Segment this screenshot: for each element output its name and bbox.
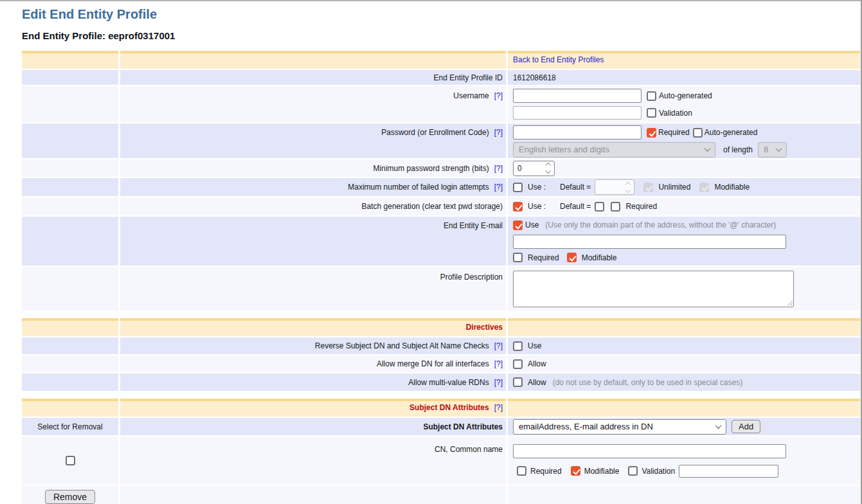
max-failed-use-checkbox[interactable]	[513, 183, 523, 192]
subject-dn-help-link[interactable]: [?]	[494, 403, 503, 412]
profile-subtitle: End Entity Profile: eeprof0317001	[22, 30, 862, 41]
username-validation-checkbox[interactable]	[647, 108, 656, 118]
email-use-label: Use	[525, 221, 539, 230]
username-validation-label: Validation	[659, 109, 692, 118]
spinner-arrows-icon	[626, 183, 630, 192]
section-subject-dn: Subject DN Attributes [?] Select for Rem…	[22, 399, 860, 504]
max-failed-use-label: Use :	[528, 183, 546, 192]
edit-profile-form: Back to End Entity Profiles End Entity P…	[22, 51, 860, 504]
directives-title: Directives	[466, 323, 503, 332]
reverse-dn-checks-help-link[interactable]: [?]	[494, 341, 503, 350]
min-password-strength-label: Minimum password strength (bits)	[373, 164, 489, 173]
chevron-down-icon	[776, 145, 782, 152]
frame-top-border	[0, 0, 862, 1]
max-failed-default-label: Default =	[560, 183, 591, 192]
email-modifiable-label: Modifiable	[582, 253, 617, 262]
chevron-down-icon	[705, 145, 711, 152]
section-directives: Directives Reverse Subject DN and Subjec…	[22, 318, 860, 391]
email-required-checkbox[interactable]	[513, 253, 523, 262]
allow-merge-dn-label: Allow merge DN for all interfaces	[377, 359, 489, 368]
max-failed-unlimited-checkbox	[643, 183, 653, 192]
batch-use-checkbox[interactable]	[513, 202, 523, 212]
back-to-profiles-link[interactable]: Back to End Entity Profiles	[513, 55, 604, 64]
password-row: Password (or Enrollment Code) [?] Requir…	[22, 123, 860, 158]
reverse-dn-checks-label: Reverse Subject DN and Subject Alt Name …	[315, 341, 489, 350]
end-entity-email-label: End Entity E-mail	[120, 217, 506, 266]
subject-dn-attributes-label: Subject DN Attributes	[120, 418, 506, 435]
select-for-removal-label: Select for Removal	[22, 418, 118, 435]
password-auto-generated-label: Auto-generated	[705, 128, 758, 137]
max-failed-unlimited-label: Unlimited	[658, 183, 690, 192]
cn-required-label: Required	[530, 467, 562, 476]
allow-merge-dn-checkbox[interactable]	[513, 359, 523, 369]
cn-modifiable-label: Modifiable	[584, 467, 620, 476]
subject-dn-attribute-select[interactable]: emailAddress, E-mail address in DN	[513, 419, 726, 435]
max-failed-modifiable-label: Modifiable	[714, 183, 750, 192]
page-title: Edit End Entity Profile	[22, 7, 862, 22]
batch-required-checkbox[interactable]	[611, 202, 620, 212]
cn-select-for-removal-checkbox[interactable]	[66, 456, 75, 465]
header-row: Back to End Entity Profiles	[22, 51, 860, 69]
reverse-dn-use-checkbox[interactable]	[513, 341, 523, 351]
allow-multivalue-rdns-cb-label: Allow	[528, 378, 546, 387]
cn-required-checkbox[interactable]	[517, 466, 526, 476]
password-type-select-value: English letters and digits	[519, 145, 609, 154]
email-modifiable-checkbox[interactable]	[567, 253, 577, 262]
username-label: Username	[453, 91, 489, 100]
batch-generation-row: Batch generation (clear text pwd storage…	[22, 197, 860, 215]
allow-multivalue-rdns-help-link[interactable]: [?]	[494, 378, 503, 387]
subject-dn-header-row: Subject DN Attributes [?]	[22, 399, 860, 417]
batch-generation-label: Batch generation (clear text pwd storage…	[120, 197, 506, 215]
subject-dn-title: Subject DN Attributes	[409, 403, 489, 412]
max-failed-logins-help-link[interactable]: [?]	[494, 183, 503, 192]
profile-description-textarea[interactable]	[513, 271, 794, 307]
cn-value-input[interactable]	[513, 444, 786, 458]
cn-modifiable-checkbox[interactable]	[571, 466, 580, 476]
min-password-strength-help-link[interactable]: [?]	[494, 164, 503, 173]
max-failed-logins-row: Maximum number of failed login attempts …	[22, 178, 860, 196]
password-help-link[interactable]: [?]	[494, 128, 503, 137]
password-label: Password (or Enrollment Code)	[381, 128, 489, 137]
batch-use-label: Use :	[528, 202, 546, 211]
allow-multivalue-rdns-row: Allow multi-value RDNs [?] Allow (do not…	[22, 374, 860, 391]
chevron-down-icon	[715, 422, 722, 429]
directives-header-row: Directives	[22, 318, 860, 336]
username-help-link[interactable]: [?]	[494, 91, 503, 100]
profile-id-row: End Entity Profile ID 1612086618	[22, 70, 860, 85]
username-validation-input[interactable]	[513, 106, 642, 120]
max-failed-modifiable-checkbox	[699, 183, 709, 192]
allow-multivalue-rdns-hint: (do not use by default, only to be used …	[553, 378, 743, 387]
email-use-checkbox[interactable]	[513, 221, 523, 230]
cn-validation-label: Validation	[642, 467, 675, 476]
username-auto-generated-checkbox[interactable]	[647, 91, 656, 101]
allow-multivalue-rdns-checkbox[interactable]	[513, 377, 523, 387]
password-type-select: English letters and digits	[513, 142, 715, 158]
username-input[interactable]	[513, 89, 642, 103]
section-main: Back to End Entity Profiles End Entity P…	[22, 51, 860, 310]
password-input[interactable]	[513, 125, 642, 140]
spinner-arrows-icon[interactable]	[546, 163, 550, 173]
cn-validation-checkbox[interactable]	[628, 466, 638, 476]
password-length-select: 8	[758, 142, 787, 158]
min-password-strength-spinner[interactable]: 0	[513, 161, 555, 176]
remove-attribute-button[interactable]: Remove	[45, 490, 95, 504]
add-attribute-button[interactable]: Add	[732, 420, 760, 433]
batch-default-checkbox[interactable]	[595, 202, 604, 212]
email-required-label: Required	[528, 253, 559, 262]
batch-default-label: Default =	[560, 202, 591, 211]
password-auto-generated-checkbox[interactable]	[693, 128, 703, 138]
reverse-dn-checks-row: Reverse Subject DN and Subject Alt Name …	[22, 338, 860, 354]
max-failed-default-spinner	[595, 179, 634, 195]
profile-description-label: Profile Description	[120, 267, 506, 310]
spinner-value: 0	[517, 164, 522, 173]
password-required-label: Required	[658, 128, 690, 137]
allow-merge-dn-help-link[interactable]: [?]	[494, 359, 503, 368]
end-entity-email-row: End Entity E-mail Use (Use only the doma…	[22, 217, 860, 266]
profile-id-value: 1612086618	[513, 73, 556, 82]
profile-description-row: Profile Description	[22, 267, 860, 310]
password-required-checkbox[interactable]	[647, 128, 656, 138]
cn-validation-input[interactable]	[679, 465, 778, 478]
email-domain-input[interactable]	[513, 235, 786, 249]
password-length-select-value: 8	[764, 145, 768, 154]
min-password-strength-row: Minimum password strength (bits) [?] 0	[22, 159, 860, 177]
